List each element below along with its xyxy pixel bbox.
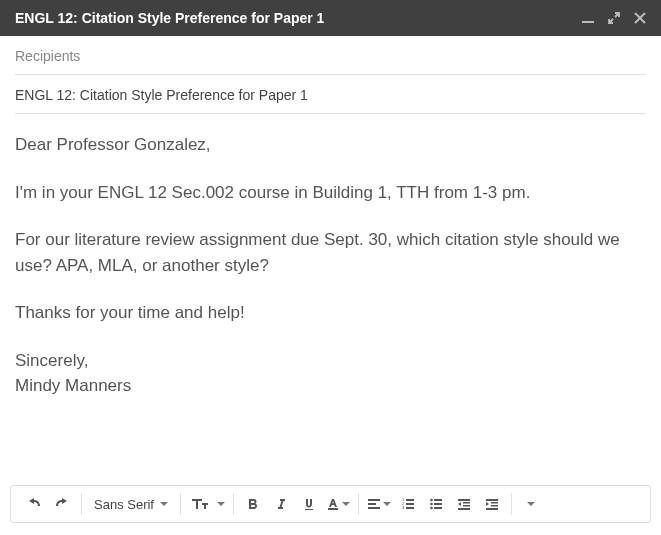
- close-icon[interactable]: [634, 12, 646, 24]
- svg-rect-16: [434, 507, 442, 509]
- svg-rect-7: [406, 507, 414, 509]
- svg-point-12: [430, 503, 433, 506]
- recipients-field[interactable]: Recipients: [15, 36, 646, 75]
- more-formatting-button[interactable]: [520, 492, 542, 516]
- indent-less-button[interactable]: [453, 492, 475, 516]
- font-family-select[interactable]: Sans Serif: [90, 497, 172, 512]
- formatting-toolbar-container: Sans Serif: [0, 485, 661, 535]
- svg-rect-21: [486, 499, 498, 501]
- svg-rect-0: [582, 21, 594, 23]
- svg-point-11: [430, 499, 433, 502]
- svg-rect-18: [463, 502, 470, 504]
- chevron-down-icon: [160, 502, 168, 506]
- body-paragraph: Dear Professor Gonzalez,: [15, 132, 646, 158]
- body-paragraph: Mindy Manners: [15, 373, 646, 399]
- toolbar-separator: [358, 493, 359, 515]
- body-paragraph: Thanks for your time and help!: [15, 300, 646, 326]
- minimize-icon[interactable]: [582, 12, 594, 24]
- svg-rect-2: [368, 499, 380, 501]
- window-title: ENGL 12: Citation Style Preference for P…: [15, 10, 324, 26]
- chevron-down-icon: [342, 502, 350, 506]
- svg-rect-5: [406, 499, 414, 501]
- email-body[interactable]: Dear Professor Gonzalez, I'm in your ENG…: [0, 114, 661, 485]
- italic-button[interactable]: [270, 492, 292, 516]
- svg-text:3: 3: [402, 505, 405, 510]
- svg-rect-3: [368, 503, 376, 505]
- svg-rect-1: [328, 508, 338, 510]
- expand-icon[interactable]: [608, 12, 620, 24]
- redo-button[interactable]: [51, 492, 73, 516]
- compose-window: ENGL 12: Citation Style Preference for P…: [0, 0, 661, 535]
- indent-more-button[interactable]: [481, 492, 503, 516]
- svg-rect-6: [406, 503, 414, 505]
- toolbar-separator: [81, 493, 82, 515]
- undo-button[interactable]: [23, 492, 45, 516]
- body-paragraph: I'm in your ENGL 12 Sec.002 course in Bu…: [15, 180, 646, 206]
- svg-rect-14: [434, 499, 442, 501]
- bulleted-list-button[interactable]: [425, 492, 447, 516]
- svg-rect-17: [458, 499, 470, 501]
- toolbar-separator: [511, 493, 512, 515]
- body-paragraph: Sincerely,: [15, 348, 646, 374]
- toolbar-separator: [233, 493, 234, 515]
- svg-rect-15: [434, 503, 442, 505]
- bold-button[interactable]: [242, 492, 264, 516]
- svg-rect-23: [491, 505, 498, 507]
- font-family-label: Sans Serif: [94, 497, 154, 512]
- svg-rect-24: [486, 508, 498, 510]
- subject-field[interactable]: ENGL 12: Citation Style Preference for P…: [15, 75, 646, 114]
- text-color-button[interactable]: [326, 492, 350, 516]
- underline-button[interactable]: [298, 492, 320, 516]
- chevron-down-icon: [383, 502, 391, 506]
- title-bar: ENGL 12: Citation Style Preference for P…: [0, 0, 661, 36]
- svg-rect-20: [458, 508, 470, 510]
- body-paragraph: For our literature review assignment due…: [15, 227, 646, 278]
- formatting-toolbar: Sans Serif: [10, 485, 651, 523]
- chevron-down-icon[interactable]: [217, 502, 225, 506]
- header-fields: Recipients ENGL 12: Citation Style Prefe…: [0, 36, 661, 114]
- align-button[interactable]: [367, 492, 391, 516]
- chevron-down-icon: [527, 502, 535, 506]
- title-bar-actions: [582, 12, 646, 24]
- font-size-button[interactable]: [189, 492, 211, 516]
- numbered-list-button[interactable]: 123: [397, 492, 419, 516]
- svg-point-13: [430, 507, 433, 510]
- svg-rect-4: [368, 507, 380, 509]
- toolbar-separator: [180, 493, 181, 515]
- svg-rect-19: [463, 505, 470, 507]
- svg-rect-22: [491, 502, 498, 504]
